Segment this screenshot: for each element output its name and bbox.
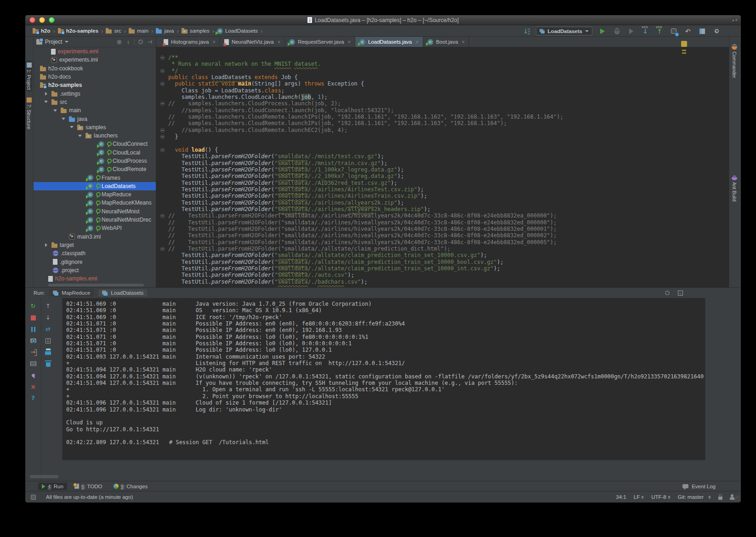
gear-icon[interactable] <box>664 290 671 296</box>
fullscreen-icon[interactable] <box>733 18 737 23</box>
tree-item-h2o-samples-eml[interactable]: h2o-samples.eml <box>34 274 156 283</box>
exit-icon[interactable]: → <box>29 348 37 356</box>
soft-wrap-icon[interactable]: ⇄ <box>45 326 52 333</box>
autoscroll-icon[interactable] <box>116 39 122 45</box>
stripe-tab-1-project[interactable]: 1: Project <box>26 61 32 91</box>
tree-item-src[interactable]: src <box>34 98 156 106</box>
coverage-run-button[interactable] <box>627 27 635 35</box>
search-everywhere-button[interactable] <box>712 27 721 35</box>
tree-item-experiments-iml[interactable]: JIexperiments.iml <box>34 56 156 64</box>
fold-gutter[interactable] <box>156 68 168 74</box>
fold-gutter[interactable] <box>156 147 168 153</box>
breadcrumb-item-java[interactable]: java <box>155 28 175 34</box>
editor-tab-histograms-java[interactable]: Histograms.java× <box>159 37 220 47</box>
tree-item--settings[interactable]: .settings <box>34 89 156 97</box>
run-configuration-select[interactable]: LoadDatasets <box>536 27 592 35</box>
tree-item-webapi[interactable]: CWebAPI <box>34 224 156 232</box>
close-tab-icon[interactable]: × <box>348 39 351 45</box>
lock-icon[interactable] <box>718 497 722 500</box>
fold-gutter[interactable] <box>156 80 168 87</box>
file-encoding[interactable]: UTF-8 <box>651 494 671 500</box>
tree-item-main[interactable]: main <box>34 106 156 114</box>
pause-icon[interactable] <box>29 326 37 333</box>
tree-item-cloudremote[interactable]: CCloudRemote <box>34 165 156 173</box>
tree-item-main3-iml[interactable]: JImain3.iml <box>34 233 156 241</box>
toolwindow-tab-4-run[interactable]: 4: Run <box>38 483 67 490</box>
dock-panel-icon[interactable]: ⌄ <box>677 290 683 296</box>
hide-panel-icon[interactable]: ⊣ <box>147 39 153 45</box>
tree-item-neuralnetmnist[interactable]: CNeuralNetMnist <box>34 207 156 216</box>
tree-item-mapreducekmeans[interactable]: CMapReduceKMeans <box>34 199 156 207</box>
gear-icon[interactable] <box>137 39 144 45</box>
code-editor[interactable]: /** * Runs a neural network on the MNIST… <box>156 47 729 287</box>
run-button[interactable] <box>598 27 607 35</box>
fold-icon[interactable] <box>160 247 165 251</box>
tree-item-launchers[interactable]: launchers <box>34 131 156 140</box>
tree-item-samples[interactable]: samples <box>34 123 156 131</box>
tree-item-frames[interactable]: CFrames <box>34 173 156 182</box>
rerun-icon[interactable]: ↻ <box>29 303 37 310</box>
tree-down-arrow-icon[interactable] <box>43 101 49 103</box>
fold-gutter[interactable] <box>156 133 168 140</box>
vcs-commit-button[interactable]: VCS↑ <box>655 27 664 35</box>
chevron-down-icon[interactable] <box>65 41 68 43</box>
fold-gutter[interactable] <box>156 100 168 107</box>
tree-down-arrow-icon[interactable] <box>68 126 75 128</box>
tree-item--classpath[interactable]: .classpath <box>34 249 156 257</box>
fold-icon[interactable] <box>160 128 165 132</box>
toolwindow-tab-6-todo[interactable]: 6: TODO <box>71 483 106 490</box>
tree-item-java[interactable]: java <box>34 114 156 123</box>
run-tab-loaddatasets[interactable]: LoadDatasets <box>98 289 147 297</box>
fold-icon[interactable] <box>160 102 165 106</box>
event-log-button[interactable]: Event Log <box>682 484 716 489</box>
tree-item-experiments-eml[interactable]: experiments.eml <box>34 47 156 56</box>
line-separator[interactable]: LF <box>634 494 644 500</box>
warning-stripe-mark[interactable] <box>682 52 686 54</box>
tree-item-mapreduce[interactable]: CMapReduce <box>34 190 156 199</box>
tree-item-h2o-cookbook[interactable]: h2o-cookbook <box>34 64 156 73</box>
fold-gutter[interactable] <box>156 246 168 252</box>
tree-item-cloudprocess[interactable]: CCloudProcess <box>34 157 156 165</box>
resize-grip[interactable] <box>734 496 740 502</box>
close-tab-icon[interactable]: × <box>212 39 215 45</box>
fold-icon[interactable] <box>160 214 165 218</box>
thread-dump-icon[interactable] <box>29 337 37 344</box>
inspection-indicator[interactable] <box>681 41 687 47</box>
fold-icon[interactable] <box>160 148 165 152</box>
tree-item-cloudlocal[interactable]: CCloudLocal <box>34 149 156 157</box>
stripe-tab-7-structure[interactable]: 7: Structure <box>26 96 32 131</box>
tree-item-target[interactable]: target <box>34 241 156 249</box>
toolwindow-tab-9-changes[interactable]: 9: Changes <box>110 483 152 490</box>
console-horizontal-scrollbar[interactable] <box>30 475 58 478</box>
run-console[interactable]: 02:41:51.069 :0 main Java version: Java … <box>62 298 705 460</box>
toolwindow-toggle-icon[interactable] <box>31 495 36 500</box>
stripe-tab-commander[interactable]: Commander <box>731 42 738 80</box>
breadcrumb-item-h2o[interactable]: h2o <box>32 28 51 34</box>
tree-right-arrow-icon[interactable] <box>43 92 49 96</box>
tree-item--project[interactable]: .project <box>34 266 156 274</box>
update-project-icon[interactable]: ↓011001 <box>522 27 530 35</box>
run-tab-mapreduce[interactable]: MapReduce <box>49 289 94 297</box>
project-structure-button[interactable] <box>698 27 706 35</box>
collapse-all-icon[interactable]: ↕ <box>125 39 131 45</box>
tree-item-neuralnetmnistdrec[interactable]: CNeuralNetMnistDrec <box>34 216 156 224</box>
fold-gutter[interactable] <box>156 127 168 133</box>
print-icon[interactable] <box>45 348 52 356</box>
clear-console-icon[interactable] <box>45 360 52 367</box>
local-history-button[interactable] <box>670 27 678 35</box>
tree-item-h2o-samples[interactable]: h2o-samples <box>34 81 156 89</box>
close-icon[interactable]: × <box>29 383 37 390</box>
minimize-window-button[interactable] <box>39 17 45 23</box>
project-horizontal-scrollbar[interactable] <box>48 284 144 286</box>
breadcrumb-item-samples[interactable]: samples <box>181 28 210 34</box>
editor-tab-requestserver-java[interactable]: CRequestServer.java× <box>285 37 355 47</box>
fold-gutter[interactable] <box>156 54 168 61</box>
tree-item-cloudconnect[interactable]: CCloudConnect <box>34 140 156 148</box>
breadcrumb-item-loaddatasets[interactable]: CLoadDatasets <box>216 28 259 34</box>
close-window-button[interactable] <box>29 17 35 23</box>
fold-icon[interactable] <box>160 69 165 73</box>
console-settings-icon[interactable] <box>29 360 37 367</box>
prev-occurrence-icon[interactable]: ↑ <box>45 303 52 310</box>
caret-position[interactable]: 34:1 <box>616 494 626 500</box>
debug-button[interactable] <box>613 27 621 35</box>
